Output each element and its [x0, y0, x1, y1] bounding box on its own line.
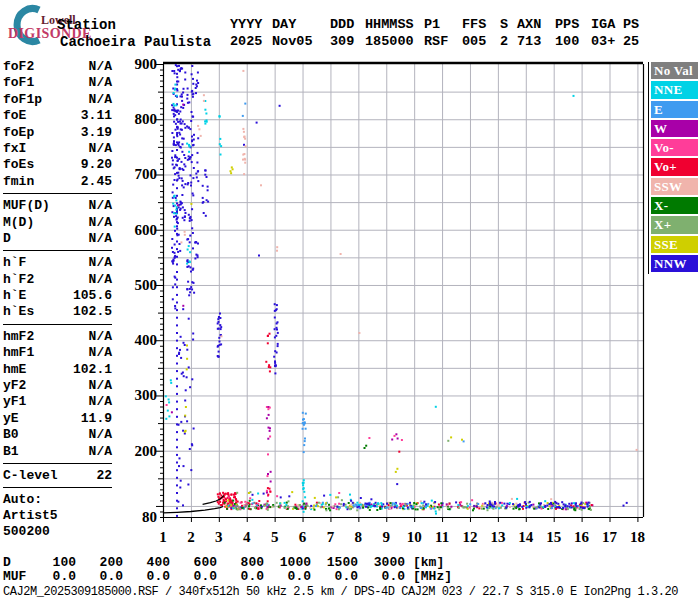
param-label: MUF(D) — [3, 198, 50, 214]
param-row-d: DN/A — [3, 231, 112, 247]
svg-text:8: 8 — [355, 529, 363, 545]
muf-value: 0.0 — [264, 569, 311, 584]
muf-value: 0.0 — [217, 569, 264, 584]
param-label: hmE — [3, 362, 26, 378]
distance-value: 600 — [170, 555, 217, 570]
param-label: foE — [3, 108, 26, 124]
svg-text:300: 300 — [135, 387, 158, 403]
param-row-foes: foEs9.20 — [3, 157, 112, 173]
h-trace-lower — [163, 507, 223, 513]
svg-text:80: 80 — [142, 509, 157, 525]
muf-row: MUF0.00.00.00.00.00.00.00.0[MHz] — [3, 569, 452, 584]
header-col-value: 713 — [517, 34, 541, 49]
param-row-clevel: C-level22 — [3, 468, 112, 484]
param-value: N/A — [89, 394, 112, 410]
param-label: h`E — [3, 288, 26, 304]
param-value: 105.6 — [73, 288, 112, 304]
header-col-ddd: DDD309 — [330, 17, 354, 32]
param-value: N/A — [89, 272, 112, 288]
param-value: N/A — [89, 444, 112, 460]
param-value: N/A — [89, 378, 112, 394]
svg-text:16: 16 — [574, 529, 590, 545]
header-col-value: 2025 — [230, 34, 262, 49]
param-value: N/A — [89, 141, 112, 157]
param-row-hmf1: hmF1N/A — [3, 345, 112, 361]
param-label: h`F — [3, 255, 26, 271]
param-label: foEs — [3, 157, 34, 173]
param-label: C-level — [3, 468, 58, 484]
svg-text:700: 700 — [135, 166, 158, 182]
param-value: N/A — [89, 92, 112, 108]
legend-item-nne: NNE — [651, 81, 698, 98]
param-label: B1 — [3, 444, 19, 460]
param-label: foF1 — [3, 75, 34, 91]
svg-text:400: 400 — [135, 332, 158, 348]
param-label: foF1p — [3, 92, 42, 108]
autoscaling-info-line: Artist5 — [3, 508, 112, 524]
header-col-value: 185000 — [365, 34, 414, 49]
param-value: N/A — [89, 345, 112, 361]
distance-value: 100 — [29, 555, 76, 570]
svg-text:7: 7 — [327, 529, 335, 545]
param-label: hmF1 — [3, 345, 34, 361]
distance-row: D100200400600800100015003000[km] — [3, 555, 444, 570]
muf-value: 0.0 — [76, 569, 123, 584]
param-row-fmin: fmin2.45 — [3, 174, 112, 190]
param-label: h`F2 — [3, 272, 34, 288]
param-value: N/A — [89, 255, 112, 271]
panel-divider — [3, 250, 112, 251]
panel-divider — [3, 487, 112, 488]
legend-item-vo+: Vo+ — [651, 158, 698, 175]
param-value: N/A — [89, 329, 112, 345]
muf-value: 0.0 — [123, 569, 170, 584]
header-col-value: Nov05 — [272, 34, 313, 49]
svg-text:17: 17 — [602, 529, 618, 545]
header-col-axn: AXN713 — [517, 17, 541, 32]
header-col-label: FFS — [462, 17, 486, 32]
parameter-panel: foF2N/AfoF1N/AfoF1pN/AfoE3.11foEp3.19fxI… — [3, 59, 112, 540]
distance-label: D — [3, 555, 29, 570]
param-row-fxi: fxIN/A — [3, 141, 112, 157]
param-label: D — [3, 231, 11, 247]
muf-label: MUF — [3, 569, 29, 584]
distance-value: 1000 — [264, 555, 311, 570]
legend-item-noval: No Val — [651, 62, 698, 79]
svg-text:3: 3 — [215, 529, 223, 545]
param-label: M(D) — [3, 215, 34, 231]
ionogram-screen: 9008007006005004003002008012345678910111… — [0, 0, 700, 600]
param-value: 102.1 — [73, 362, 112, 378]
distance-value: 800 — [217, 555, 264, 570]
header-col-iga: IGA03+ — [591, 17, 615, 32]
header-col-value: 2 — [500, 34, 508, 49]
distance-value: 3000 — [358, 555, 405, 570]
param-row-hf: h`FN/A — [3, 255, 112, 271]
header-col-label: YYYY — [230, 17, 262, 32]
param-label: foF2 — [3, 59, 34, 75]
legend-item-e: E — [651, 101, 698, 118]
param-value: 3.19 — [81, 125, 112, 141]
header-col-label: DAY — [272, 17, 296, 32]
param-label: fmin — [3, 174, 34, 190]
header-col-label: DDD — [330, 17, 354, 32]
legend-item-x+: X+ — [651, 216, 698, 233]
svg-text:200: 200 — [135, 443, 158, 459]
autoscaling-info-line: 500200 — [3, 524, 112, 540]
muf-value: 0.0 — [311, 569, 358, 584]
header-col-label: P1 — [424, 17, 440, 32]
distance-value: 1500 — [311, 555, 358, 570]
param-value: N/A — [89, 231, 112, 247]
svg-text:5: 5 — [271, 529, 279, 545]
param-value: 9.20 — [81, 157, 112, 173]
svg-text:1: 1 — [159, 529, 167, 545]
panel-divider — [3, 463, 112, 464]
panel-divider — [3, 324, 112, 325]
svg-text:9: 9 — [383, 529, 391, 545]
header-col-value: 03+ — [591, 34, 615, 49]
svg-text:18: 18 — [630, 529, 645, 545]
param-row-b1: B1N/A — [3, 444, 112, 460]
header-col-ffs: FFS005 — [462, 17, 486, 32]
param-label: foEp — [3, 125, 34, 141]
header-col-day: DAYNov05 — [272, 17, 296, 32]
header-col-yyyy: YYYY2025 — [230, 17, 262, 32]
param-label: fxI — [3, 141, 26, 157]
